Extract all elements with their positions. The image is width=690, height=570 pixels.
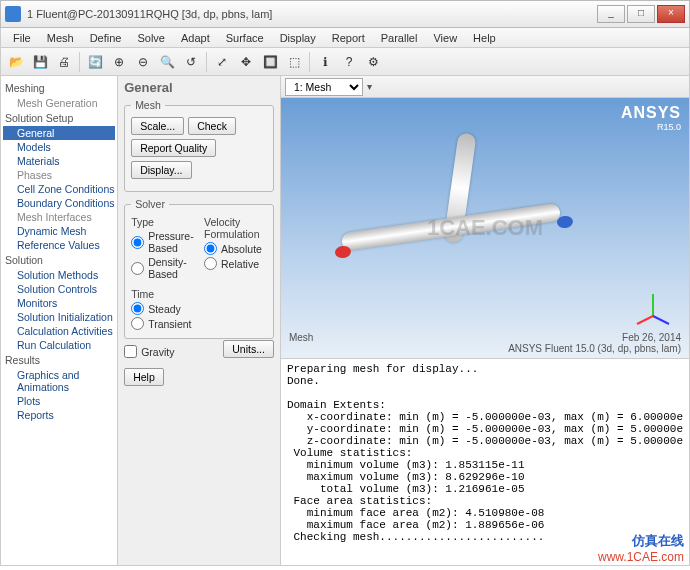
viewport-info: ANSYS Fluent 15.0 (3d, dp, pbns, lam) <box>508 343 681 354</box>
toolbar-button[interactable]: ⬚ <box>283 51 305 73</box>
nav-item-calculation-activities[interactable]: Calculation Activities <box>3 324 115 338</box>
help-button[interactable]: Help <box>124 368 164 386</box>
nav-item-solution-initialization[interactable]: Solution Initialization <box>3 310 115 324</box>
time-radio[interactable] <box>131 317 144 330</box>
toolbar-button[interactable]: 📂 <box>5 51 27 73</box>
velocity-formulation-radio[interactable] <box>204 242 217 255</box>
nav-item-boundary-conditions[interactable]: Boundary Conditions <box>3 196 115 210</box>
axis-triad-icon <box>633 288 673 328</box>
nav-item-run-calculation[interactable]: Run Calculation <box>3 338 115 352</box>
toolbar-button[interactable]: ✥ <box>235 51 257 73</box>
minimize-button[interactable]: _ <box>597 5 625 23</box>
mesh-legend: Mesh <box>131 99 165 111</box>
nav-item-monitors[interactable]: Monitors <box>3 296 115 310</box>
nav-item-dynamic-mesh[interactable]: Dynamic Mesh <box>3 224 115 238</box>
velocity-formulation-radio[interactable] <box>204 257 217 270</box>
scale-button[interactable]: Scale... <box>131 117 184 135</box>
window-title: 1 Fluent@PC-20130911RQHQ [3d, dp, pbns, … <box>27 8 597 20</box>
report-quality-button[interactable]: Report Quality <box>131 139 216 157</box>
nav-item-solution-methods[interactable]: Solution Methods <box>3 268 115 282</box>
toolbar-button[interactable]: 🔲 <box>259 51 281 73</box>
solver-type-radio[interactable] <box>131 236 144 249</box>
toolbar-button[interactable]: ℹ <box>314 51 336 73</box>
time-label: Steady <box>148 303 181 315</box>
menu-view[interactable]: View <box>425 32 465 44</box>
graphics-viewport[interactable]: ANSYS R15.0 1CAE.COM Mesh Feb 26, 2014 A… <box>281 98 689 358</box>
velocity-formulation-option[interactable]: Absolute <box>204 242 267 255</box>
nav-item-materials[interactable]: Materials <box>3 154 115 168</box>
time-option[interactable]: Steady <box>131 302 267 315</box>
velocity-formulation-label: Absolute <box>221 243 262 255</box>
check-button[interactable]: Check <box>188 117 236 135</box>
menu-bar: FileMeshDefineSolveAdaptSurfaceDisplayRe… <box>0 28 690 48</box>
outlet-cap <box>556 215 574 229</box>
toolbar-button[interactable]: 💾 <box>29 51 51 73</box>
time-label: Transient <box>148 318 191 330</box>
time-radio[interactable] <box>131 302 144 315</box>
nav-item-general[interactable]: General <box>3 126 115 140</box>
nav-item-models[interactable]: Models <box>3 140 115 154</box>
nav-header: Solution Setup <box>3 110 115 126</box>
display-button[interactable]: Display... <box>131 161 191 179</box>
nav-header: Solution <box>3 252 115 268</box>
menu-display[interactable]: Display <box>272 32 324 44</box>
title-bar: 1 Fluent@PC-20130911RQHQ [3d, dp, pbns, … <box>0 0 690 28</box>
toolbar-button[interactable]: ⤢ <box>211 51 233 73</box>
toolbar-button[interactable]: ⊕ <box>108 51 130 73</box>
solver-type-radio[interactable] <box>131 262 144 275</box>
toolbar-button[interactable]: 🔍 <box>156 51 178 73</box>
velocity-formulation-option[interactable]: Relative <box>204 257 267 270</box>
general-panel: General Mesh Scale... Check Report Quali… <box>118 76 281 565</box>
nav-item-mesh-interfaces[interactable]: Mesh Interfaces <box>3 210 115 224</box>
nav-header: Results <box>3 352 115 368</box>
viewport-footer-left: Mesh <box>289 332 313 354</box>
vf-label: Velocity Formulation <box>204 216 267 240</box>
toolbar-button[interactable]: ↺ <box>180 51 202 73</box>
nav-item-cell-zone-conditions[interactable]: Cell Zone Conditions <box>3 182 115 196</box>
nav-item-solution-controls[interactable]: Solution Controls <box>3 282 115 296</box>
gravity-checkbox[interactable] <box>124 345 137 358</box>
velocity-formulation-label: Relative <box>221 258 259 270</box>
page-watermark: 仿真在线 www.1CAE.com <box>598 532 684 564</box>
svg-line-1 <box>653 316 669 324</box>
toolbar-separator <box>206 52 207 72</box>
close-button[interactable]: × <box>657 5 685 23</box>
menu-adapt[interactable]: Adapt <box>173 32 218 44</box>
app-icon <box>5 6 21 22</box>
menu-mesh[interactable]: Mesh <box>39 32 82 44</box>
type-label: Type <box>131 216 194 228</box>
navigation-tree: MeshingMesh GenerationSolution SetupGene… <box>1 76 118 565</box>
toolbar: 📂💾🖨🔄⊕⊖🔍↺⤢✥🔲⬚ℹ?⚙ <box>0 48 690 76</box>
nav-item-graphics-and-animations[interactable]: Graphics and Animations <box>3 368 115 394</box>
solver-group: Solver Type Pressure-BasedDensity-Based … <box>124 198 274 339</box>
solver-type-option[interactable]: Pressure-Based <box>131 230 194 254</box>
toolbar-button[interactable]: 🖨 <box>53 51 75 73</box>
inlet-cap <box>334 245 352 259</box>
menu-solve[interactable]: Solve <box>129 32 173 44</box>
toolbar-button[interactable]: ⊖ <box>132 51 154 73</box>
toolbar-button[interactable]: ⚙ <box>362 51 384 73</box>
nav-item-plots[interactable]: Plots <box>3 394 115 408</box>
viewport-date: Feb 26, 2014 <box>622 332 681 343</box>
menu-file[interactable]: File <box>5 32 39 44</box>
menu-report[interactable]: Report <box>324 32 373 44</box>
nav-item-phases[interactable]: Phases <box>3 168 115 182</box>
menu-surface[interactable]: Surface <box>218 32 272 44</box>
solver-type-label: Density-Based <box>148 256 194 280</box>
solver-type-option[interactable]: Density-Based <box>131 256 194 280</box>
toolbar-button[interactable]: 🔄 <box>84 51 106 73</box>
nav-item-reference-values[interactable]: Reference Values <box>3 238 115 252</box>
menu-parallel[interactable]: Parallel <box>373 32 426 44</box>
maximize-button[interactable]: □ <box>627 5 655 23</box>
viewport-toolbar: 1: Mesh ▾ <box>281 76 689 98</box>
nav-item-reports[interactable]: Reports <box>3 408 115 422</box>
time-option[interactable]: Transient <box>131 317 267 330</box>
view-select[interactable]: 1: Mesh <box>285 78 363 96</box>
panel-title: General <box>124 80 274 95</box>
units-button[interactable]: Units... <box>223 340 274 358</box>
menu-define[interactable]: Define <box>82 32 130 44</box>
toolbar-button[interactable]: ? <box>338 51 360 73</box>
nav-item-mesh-generation[interactable]: Mesh Generation <box>3 96 115 110</box>
menu-help[interactable]: Help <box>465 32 504 44</box>
chevron-down-icon: ▾ <box>367 81 372 92</box>
